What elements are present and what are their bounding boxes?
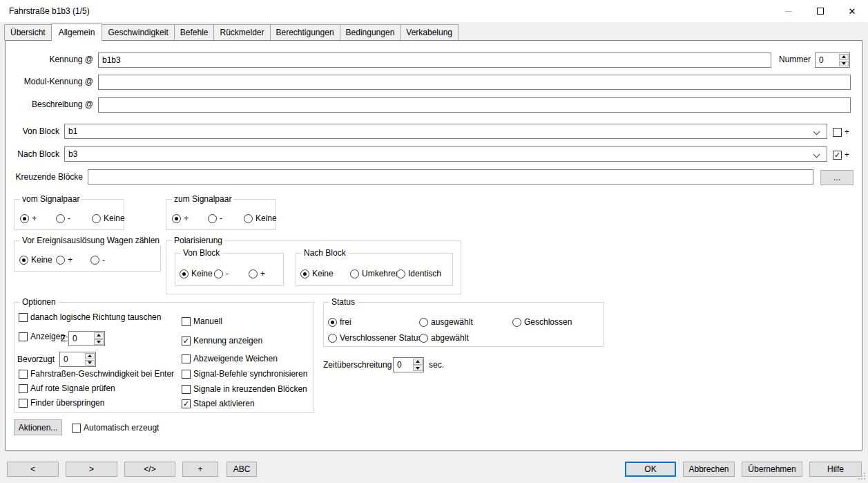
radio-wagen-plus[interactable]: + <box>56 254 73 265</box>
aktionen-button[interactable]: Aktionen... <box>14 419 62 435</box>
radio-label: + <box>260 269 265 278</box>
radio-icon <box>419 334 428 343</box>
radio-status-frei[interactable]: frei <box>328 316 351 328</box>
radio-status-ausgewaehlt[interactable]: ausgewählt <box>419 316 473 328</box>
kennung-input[interactable]: b1b3 <box>98 53 771 68</box>
checkbox-manuell[interactable]: Manuell <box>182 316 222 327</box>
checkbox-label: Kennung anzeigen <box>193 336 262 345</box>
radio-label: abgewählt <box>431 333 469 343</box>
apply-button[interactable]: Übernehmen <box>742 462 802 477</box>
nav-code-button[interactable]: </> <box>124 462 175 477</box>
spin-up-button[interactable] <box>85 353 95 359</box>
bevorzugt-spinner[interactable]: 0 <box>59 352 96 367</box>
spin-up-button[interactable] <box>839 54 849 60</box>
nach-block-value: b3 <box>68 149 77 159</box>
tab-uebersicht[interactable]: Übersicht <box>4 24 52 40</box>
spin-down-button[interactable] <box>85 360 95 366</box>
radio-pol-von-minus[interactable]: - <box>214 268 229 279</box>
checkbox-label: Fahrstraßen-Geschwindigkeit bei Enter <box>30 369 174 379</box>
zeitueberschreitung-spinner[interactable]: 0 <box>393 357 424 372</box>
radio-icon <box>20 214 29 223</box>
radio-icon <box>396 269 405 278</box>
checkbox-finder-ueberspringen[interactable]: Finder überspringen <box>19 397 104 408</box>
titlebar: Fahrstraße b1b3 (1/5) ✕ <box>0 0 868 22</box>
close-button[interactable]: ✕ <box>836 0 868 22</box>
von-block-combobox[interactable]: b1 <box>64 124 827 139</box>
checkbox-signale-kreuzende[interactable]: Signale in kreuzenden Blöcken <box>182 383 307 395</box>
radio-icon <box>328 334 337 343</box>
checkbox-label: danach logische Richtung tauschen <box>30 312 161 322</box>
tab-allgemein[interactable]: Allgemein <box>51 23 103 41</box>
beschreibung-input[interactable] <box>98 97 851 113</box>
checkbox-abzweigende-weichen[interactable]: Abzweigende Weichen <box>182 353 278 364</box>
kreuzende-bloecke-browse-button[interactable]: ... <box>820 170 853 185</box>
radio-label: Verschlossener Status <box>340 333 422 343</box>
z-spinner[interactable]: 0 <box>68 331 105 346</box>
radio-vom-plus[interactable]: + <box>20 213 37 224</box>
nav-add-button[interactable]: + <box>182 462 218 477</box>
nach-block-label: Nach Block <box>11 149 59 160</box>
nach-block-plus-checkbox[interactable]: ✓ + <box>833 149 849 160</box>
modul-kennung-input[interactable] <box>98 75 851 90</box>
nach-block-combobox[interactable]: b3 <box>64 146 827 162</box>
checkbox-automatisch-erzeugt[interactable]: Automatisch erzeugt <box>72 422 159 433</box>
radio-pol-nach-identisch[interactable]: Identisch <box>396 268 441 279</box>
radio-zum-plus[interactable]: + <box>172 213 189 224</box>
group-title: Vor Ereignisauslösung Wagen zählen <box>20 236 162 245</box>
tab-bar: Übersicht Allgemein Geschwindigkeit Befe… <box>4 24 459 40</box>
spin-up-button[interactable] <box>94 332 104 339</box>
spin-down-button[interactable] <box>839 61 849 67</box>
radio-label: + <box>32 214 37 223</box>
tab-befehle[interactable]: Befehle <box>174 24 215 40</box>
radio-status-verschlossen[interactable]: Verschlossener Status <box>328 332 422 343</box>
group-zum-signalpaar: zum Signalpaar + - Keine <box>166 199 276 230</box>
tab-verkabelung[interactable]: Verkabelung <box>400 24 459 40</box>
radio-wagen-minus[interactable]: - <box>90 254 105 265</box>
checkbox-richtung-tauschen[interactable]: danach logische Richtung tauschen <box>19 312 161 323</box>
nav-prev-button[interactable]: < <box>7 462 59 477</box>
radio-pol-von-keine[interactable]: Keine <box>180 268 213 279</box>
radio-pol-von-plus[interactable]: + <box>249 268 265 279</box>
checkbox-stapel-aktivieren[interactable]: ✓ Stapel aktivieren <box>182 398 255 409</box>
radio-status-geschlossen[interactable]: Geschlossen <box>512 316 572 328</box>
spin-down-button[interactable] <box>94 339 104 345</box>
down-arrow-icon <box>97 341 101 343</box>
spin-up-button[interactable] <box>413 359 423 365</box>
help-button[interactable]: Hilfe <box>809 462 862 477</box>
radio-vom-minus[interactable]: - <box>56 213 70 224</box>
radio-wagen-keine[interactable]: Keine <box>19 254 52 265</box>
nav-next-button[interactable]: > <box>66 462 117 477</box>
spin-down-button[interactable] <box>413 366 423 372</box>
ok-button[interactable]: OK <box>625 462 676 477</box>
nav-abc-button[interactable]: ABC <box>226 462 257 477</box>
radio-icon <box>90 256 99 265</box>
checkbox-geschwindigkeit-bei-enter[interactable]: Fahrstraßen-Geschwindigkeit bei Enter <box>19 368 174 379</box>
radio-icon <box>208 214 217 223</box>
tab-bedingungen[interactable]: Bedingungen <box>340 24 401 40</box>
kreuzende-bloecke-input[interactable] <box>88 169 813 184</box>
radio-zum-minus[interactable]: - <box>208 213 222 224</box>
cancel-button[interactable]: Abbrechen <box>683 462 735 477</box>
tab-berechtigungen[interactable]: Berechtigungen <box>270 24 340 40</box>
radio-icon <box>19 256 28 265</box>
radio-vom-keine[interactable]: Keine <box>92 213 125 224</box>
nummer-spinner[interactable]: 0 <box>815 53 850 68</box>
radio-label: + <box>68 255 73 265</box>
radio-status-abgewaehlt[interactable]: abgewählt <box>419 332 469 343</box>
radio-pol-nach-umkehren[interactable]: Umkehren <box>350 268 400 279</box>
radio-pol-nach-keine[interactable]: Keine <box>300 268 334 279</box>
resize-grip[interactable] <box>864 478 865 480</box>
checkbox-box-icon <box>19 384 28 393</box>
radio-zum-keine[interactable]: Keine <box>244 213 277 224</box>
maximize-button[interactable] <box>804 0 836 22</box>
von-block-plus-checkbox[interactable]: + <box>833 126 849 138</box>
checkbox-anzeigen[interactable]: Anzeigen <box>19 331 65 342</box>
checkbox-signal-befehle-sync[interactable]: Signal-Befehle synchronisieren <box>182 368 307 379</box>
minimize-button[interactable] <box>773 0 804 22</box>
tab-geschwindigkeit[interactable]: Geschwindigkeit <box>102 24 174 40</box>
group-title: vom Signalpaar <box>20 194 81 204</box>
tab-rueckmelder[interactable]: Rückmelder <box>213 24 270 40</box>
checkbox-kennung-anzeigen[interactable]: ✓ Kennung anzeigen <box>182 335 262 346</box>
checkbox-rote-signale[interactable]: Auf rote Signale prüfen <box>19 383 115 394</box>
checkbox-box-icon <box>182 385 191 394</box>
